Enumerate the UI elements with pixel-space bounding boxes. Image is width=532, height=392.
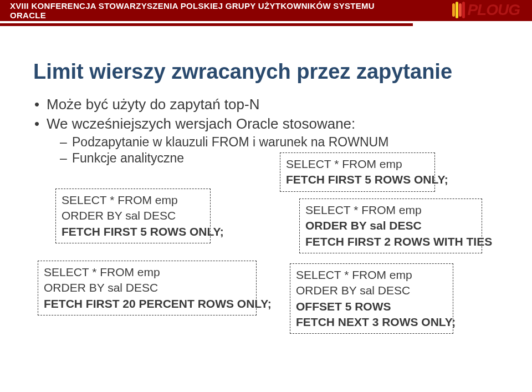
code-box-1: SELECT * FROM emp ORDER BY sal DESC FETC…: [55, 189, 211, 243]
header-underline: [0, 23, 413, 26]
code-line: ORDER BY sal DESC: [296, 283, 447, 298]
code-box-5: SELECT * FROM emp ORDER BY sal DESC OFFS…: [290, 263, 453, 334]
code-line: SELECT * FROM emp: [305, 202, 476, 218]
bullet-item: Może być użyty do zapytań top-N: [33, 96, 499, 113]
code-line: FETCH FIRST 5 ROWS ONLY;: [286, 172, 429, 187]
header-inner: XVIII KONFERENCJA STOWARZYSZENIA POLSKIE…: [0, 0, 413, 21]
code-line: FETCH NEXT 3 ROWS ONLY;: [296, 314, 447, 330]
bullet-list: Może być użyty do zapytań top-N We wcześ…: [33, 96, 499, 133]
code-line: ORDER BY sal DESC: [44, 280, 250, 296]
code-line: SELECT * FROM emp: [62, 192, 204, 208]
logo-text: PLOUG: [467, 1, 520, 19]
slide-content: Limit wierszy zwracanych przez zapytanie…: [0, 21, 532, 166]
bullet-item: We wcześniejszych wersjach Oracle stosow…: [33, 115, 499, 133]
logo-waves-icon: [452, 2, 465, 18]
page-title: Limit wierszy zwracanych przez zapytanie: [33, 60, 499, 84]
header-band: XVIII KONFERENCJA STOWARZYSZENIA POLSKIE…: [0, 0, 532, 21]
code-line: FETCH FIRST 2 ROWS WITH TIES: [305, 234, 476, 250]
code-box-2: SELECT * FROM emp ORDER BY sal DESC FETC…: [38, 261, 257, 315]
code-line: FETCH FIRST 5 ROWS ONLY;: [62, 224, 204, 240]
code-line: ORDER BY sal DESC: [305, 218, 476, 233]
conference-title: XVIII KONFERENCJA STOWARZYSZENIA POLSKIE…: [10, 1, 413, 20]
code-line: ORDER BY sal DESC: [62, 208, 204, 223]
code-line: SELECT * FROM emp: [296, 267, 447, 283]
logo: PLOUG: [452, 1, 520, 19]
code-box-3: SELECT * FROM emp FETCH FIRST 5 ROWS ONL…: [280, 152, 435, 192]
code-line: OFFSET 5 ROWS: [296, 299, 447, 314]
sub-bullet-item: Podzapytanie w klauzuli FROM i warunek n…: [59, 135, 499, 150]
code-line: FETCH FIRST 20 PERCENT ROWS ONLY;: [44, 296, 250, 312]
code-line: SELECT * FROM emp: [44, 264, 250, 280]
code-line: SELECT * FROM emp: [286, 156, 429, 172]
code-box-4: SELECT * FROM emp ORDER BY sal DESC FETC…: [299, 198, 482, 253]
